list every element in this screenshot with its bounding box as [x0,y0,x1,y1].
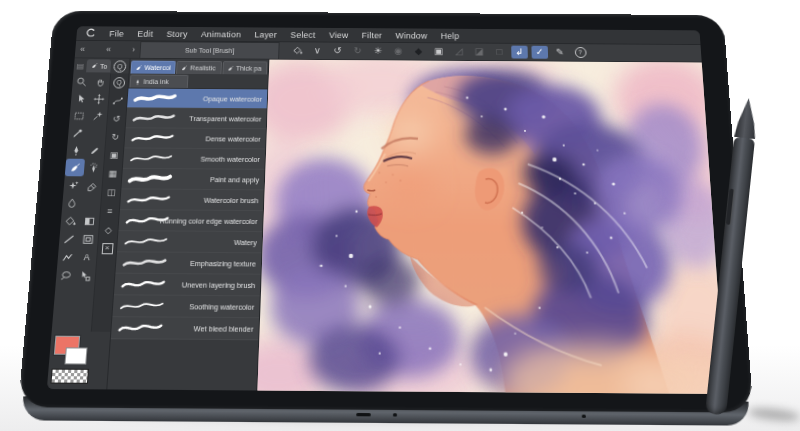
canvas-artwork[interactable] [257,60,725,394]
stylus-button [726,189,735,225]
eyedropper-tool[interactable] [68,124,88,141]
menu-item[interactable]: Layer [248,30,284,39]
help-icon[interactable]: ? [572,46,589,59]
transparent-color-swatch[interactable] [50,369,89,384]
Running color edge watercolor[interactable]: Running color edge watercolor [118,210,262,232]
wand-tool[interactable] [88,107,108,124]
rotate-ccw-icon[interactable]: ↺ [107,109,126,127]
frame-border-tool[interactable] [78,230,99,248]
menu-item[interactable]: Story [159,29,194,38]
color-swatches [47,336,110,390]
Watercolor brush[interactable]: Watercolor brush [120,189,264,211]
eraser-tool[interactable] [82,176,102,194]
subtool-tab[interactable]: Thick pa [222,61,267,74]
zoom-tool[interactable] [72,73,92,90]
panel-empty-area [107,339,258,390]
fill-tool[interactable] [60,212,81,230]
tool-tab[interactable]: To [86,59,112,72]
history-icon[interactable]: × [97,239,117,258]
search-tool-icon[interactable]: Q [113,60,126,72]
Opaque watercolor[interactable]: Opaque watercolor [127,88,267,109]
redo-icon[interactable]: ↻ [350,45,367,58]
product-photo-stage: FileEditStoryAnimationLayerSelectViewFil… [0,0,800,431]
collapse-mid-icon[interactable]: « [106,45,112,54]
brush-stroke-preview [130,91,180,105]
chevron-down-icon[interactable]: ∨ [309,44,326,57]
snap-grid-icon[interactable]: ✎ [552,46,569,59]
object-tool[interactable] [75,266,96,285]
brush-tool[interactable] [65,159,85,177]
brush-stroke-preview [123,192,174,206]
rotate-cw-icon[interactable]: ↻ [106,127,125,145]
undo-icon[interactable]: ↺ [329,44,346,57]
Paint and apply[interactable]: Paint and apply [121,169,264,191]
Wet bleed blender[interactable]: Wet bleed blender [111,317,259,340]
snap-special-ruler-icon[interactable]: ✓ [531,46,548,59]
menu-item[interactable]: Select [284,30,323,39]
halftone-icon[interactable]: ◪ [471,45,488,58]
Transparent watercolor[interactable]: Transparent watercolor [126,108,267,129]
Soothing watercolor[interactable]: Soothing watercolor [112,295,259,318]
background-color-swatch[interactable] [64,347,87,364]
figure-tool[interactable] [57,248,78,266]
subtool-tab[interactable]: Realistic [176,61,221,74]
menu-item[interactable]: Window [389,31,434,40]
quick-search-icon[interactable]: Q [110,73,129,91]
decoration-tool[interactable] [63,176,83,194]
Uneven layering brush[interactable]: Uneven layering brush [114,274,261,297]
collapse-left-icon[interactable]: « [80,45,86,54]
marquee-select-tool[interactable] [69,107,89,124]
brightness-icon[interactable]: ☀ [370,45,386,58]
layer-panel-icon[interactable]: ◫ [102,182,121,201]
menu-item[interactable]: Filter [355,30,389,39]
subtool-tabs: Watercol Realistic Thick pa [130,59,269,75]
blend-tool[interactable] [62,194,82,212]
brush-stroke-preview [117,277,169,292]
grid-icon[interactable]: ▦ [103,164,122,183]
crop-frame-icon[interactable]: ▣ [430,45,446,58]
square-icon[interactable]: □ [491,45,508,58]
collapse-right-icon[interactable]: › [132,45,136,54]
toolbar-icons: ∨ ↺ ↻ ☀ [279,42,702,61]
Watery[interactable]: Watery [117,231,262,253]
menu-item[interactable]: Help [434,31,466,40]
transform-icon[interactable]: ◿ [451,45,468,58]
tool-button[interactable] [81,194,101,212]
hand-tool[interactable] [90,73,110,90]
pencil-tool[interactable] [85,141,105,159]
text-tool[interactable]: A [76,248,97,266]
move-tool[interactable] [89,90,109,107]
curve-editor-icon[interactable] [108,91,127,109]
lasso-balloon-tool[interactable] [56,266,77,285]
port-hole [582,415,586,418]
snap-ruler-icon[interactable]: ↲ [511,46,528,59]
bucket-icon[interactable] [289,44,306,57]
Emphasizing texture[interactable]: Emphasizing texture [115,252,261,274]
subtool-tab[interactable]: Watercol [130,61,176,74]
Dense watercolor[interactable]: Dense watercolor [124,128,266,149]
fill-diamond-icon[interactable]: ◆ [410,45,426,58]
pen-tool[interactable] [66,141,86,159]
selection-tool[interactable] [71,90,91,107]
material-icon[interactable]: ◇ [99,220,118,239]
line-tool[interactable] [59,230,80,248]
layers-icon[interactable]: ≡ [100,201,119,220]
subtool-panel: Watercol Realistic Thick pa [107,59,269,391]
menu-item[interactable]: View [322,30,355,39]
brush-stroke-preview [127,131,177,145]
subtool-tab[interactable]: India ink [130,74,189,87]
palette-menu-icon[interactable]: ▤ [74,62,87,70]
panel-collapse-controls: « « › [75,41,141,58]
Smooth watercolor[interactable]: Smooth watercolor [123,148,265,169]
menu-item[interactable]: File [102,29,131,38]
gradient-tool[interactable] [79,212,99,230]
navigator-icon[interactable]: ▣ [104,145,123,164]
subtool-panel-title[interactable]: Sub Tool [Brush] [139,41,279,58]
brush-stroke-preview [119,255,171,270]
menu-item[interactable]: Edit [130,29,160,38]
blend-mode-icon[interactable]: ◉ [390,45,406,58]
brush-icon [226,64,234,71]
airbrush-tool[interactable] [84,159,104,177]
tool-button[interactable] [86,124,106,141]
menu-item[interactable]: Animation [194,29,248,38]
